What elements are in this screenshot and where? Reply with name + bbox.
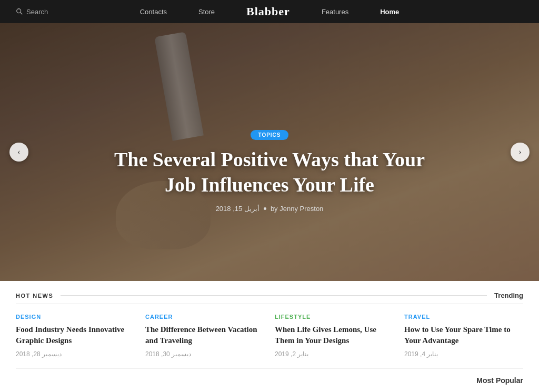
article-date-4: يناير 4, 2019 <box>404 350 523 358</box>
articles-row: DESIGN Food Industry Needs Innovative Gr… <box>16 314 523 358</box>
article-title-2: The Difference Between Vacation and Trav… <box>145 324 264 346</box>
article-title-3: When Life Gives Lemons, Use Them in Your… <box>275 324 394 346</box>
nav-links: Contacts Store Blabber Features Home <box>140 5 400 18</box>
site-logo[interactable]: Blabber <box>246 5 290 18</box>
article-category-2: CAREER <box>145 314 264 320</box>
hero-title: The Several Positive Ways that Your Job … <box>106 147 433 197</box>
article-title-4: How to Use Your Spare Time to Your Advan… <box>404 324 523 346</box>
hero-slider: ‹ › TOPICS The Several Positive Ways tha… <box>0 23 539 281</box>
article-category-1: DESIGN <box>16 314 135 320</box>
most-popular-label: Most Popular <box>476 376 523 385</box>
article-category-4: TRAVEL <box>404 314 523 320</box>
navbar: Search Contacts Store Blabber Features H… <box>0 0 539 23</box>
nav-store[interactable]: Store <box>198 8 215 16</box>
article-date-3: يناير 2, 2019 <box>275 350 394 358</box>
hero-badge: TOPICS <box>251 130 288 140</box>
hero-content: TOPICS The Several Positive Ways that Yo… <box>0 129 539 213</box>
most-popular-header: Most Popular <box>0 376 539 392</box>
search-area[interactable]: Search <box>16 8 48 16</box>
hero-meta: أبريل 15, 2018 by Jenny Preston <box>0 205 539 213</box>
search-label: Search <box>26 8 48 16</box>
hot-news-section: HOT NEWS Trending DESIGN Food Industry N… <box>0 281 539 358</box>
article-category-3: LIFESTYLE <box>275 314 394 320</box>
nav-features[interactable]: Features <box>322 8 348 16</box>
hero-author: by Jenny Preston <box>271 205 323 213</box>
section-divider <box>16 368 523 369</box>
hot-news-divider <box>61 295 487 296</box>
nav-contacts[interactable]: Contacts <box>140 8 167 16</box>
article-card-4[interactable]: TRAVEL How to Use Your Spare Time to You… <box>404 314 523 358</box>
hero-meta-separator <box>264 207 266 210</box>
hero-date: أبريل 15, 2018 <box>216 205 259 213</box>
hot-news-label: HOT NEWS <box>16 293 53 299</box>
nav-home[interactable]: Home <box>380 8 399 16</box>
article-date-1: ديسمبر 28, 2018 <box>16 350 135 358</box>
trending-label: Trending <box>494 292 523 299</box>
search-icon <box>16 8 23 15</box>
article-card-2[interactable]: CAREER The Difference Between Vacation a… <box>145 314 264 358</box>
hot-news-header: HOT NEWS Trending <box>16 292 523 304</box>
svg-point-0 <box>17 9 21 13</box>
article-card-3[interactable]: LIFESTYLE When Life Gives Lemons, Use Th… <box>275 314 394 358</box>
article-date-2: ديسمبر 30, 2018 <box>145 350 264 358</box>
svg-line-1 <box>21 13 23 15</box>
article-title-1: Food Industry Needs Innovative Graphic D… <box>16 324 135 346</box>
article-card-1[interactable]: DESIGN Food Industry Needs Innovative Gr… <box>16 314 135 358</box>
